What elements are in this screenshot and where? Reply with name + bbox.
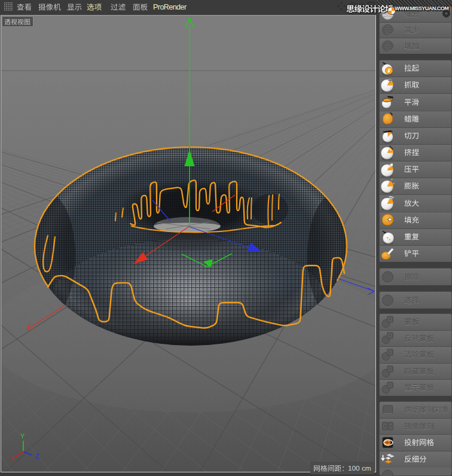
svg-text:Y: Y [20,432,25,440]
svg-text:Z: Z [35,453,39,460]
svg-text:X: X [10,454,15,462]
